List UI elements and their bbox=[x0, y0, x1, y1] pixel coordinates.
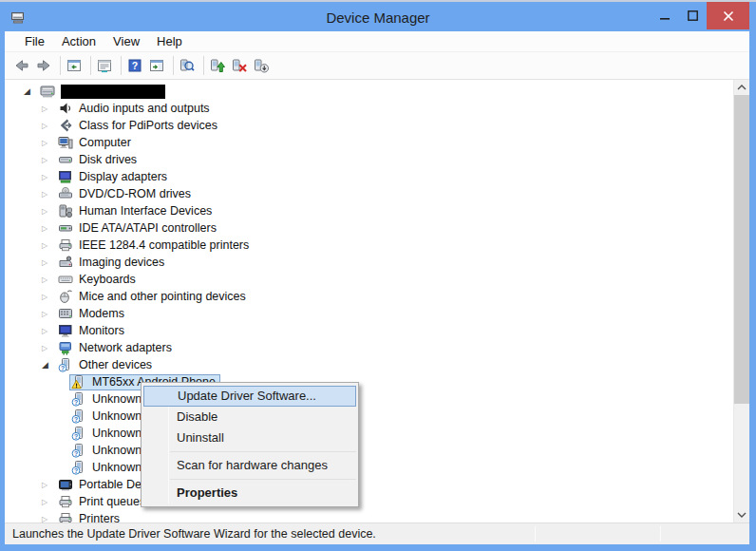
tree-item-audio-inputs-and-outputs[interactable]: ▷Audio inputs and outputs bbox=[5, 100, 732, 117]
computer-icon bbox=[58, 135, 73, 150]
toolbar-help-button[interactable]: ? bbox=[125, 54, 147, 77]
expand-arrow-icon[interactable]: ▷ bbox=[42, 310, 58, 318]
expand-arrow-icon[interactable]: ▷ bbox=[42, 515, 58, 523]
tree-item-ieee-1284-4-compatible-printers[interactable]: ▷IEEE 1284.4 compatible printers bbox=[5, 237, 732, 254]
tree-item-label: Mice and other pointing devices bbox=[77, 290, 248, 303]
context-menu-item-uninstall[interactable]: Uninstall bbox=[142, 428, 358, 448]
tree-item-class-for-pdiports-devices[interactable]: ▷Class for PdiPorts devices bbox=[5, 117, 732, 134]
vertical-scrollbar[interactable] bbox=[733, 80, 749, 522]
tree-item-unknown-device[interactable]: ?Unknown device bbox=[5, 408, 732, 425]
collapse-arrow-icon[interactable]: ◢ bbox=[24, 86, 40, 96]
toolbar-separator bbox=[90, 56, 91, 75]
tree-item-label: Human Interface Devices bbox=[77, 204, 214, 218]
tree-item-computer-root[interactable]: ◢ bbox=[5, 83, 732, 100]
context-menu-item-disable[interactable]: Disable bbox=[142, 407, 358, 428]
expand-arrow-icon[interactable]: ▷ bbox=[42, 207, 58, 216]
tree-item-label: Display adapters bbox=[77, 170, 169, 183]
tree-item-label: Monitors bbox=[77, 324, 126, 337]
toolbar-action-pane-button[interactable] bbox=[147, 54, 169, 77]
toolbar-update-driver-button[interactable] bbox=[208, 54, 230, 77]
minimize-button[interactable] bbox=[652, 2, 679, 29]
device-manager-window: Device Manager FileActionViewHelp ? ◢▷Au… bbox=[0, 0, 756, 551]
tree-item-dvd-cd-rom-drives[interactable]: ▷DVD/CD-ROM drives bbox=[5, 185, 732, 202]
expand-arrow-icon[interactable]: ▷ bbox=[42, 327, 58, 335]
toolbar-forward-button[interactable] bbox=[34, 54, 56, 77]
disable-device-icon bbox=[232, 58, 247, 73]
menu-help[interactable]: Help bbox=[148, 31, 191, 51]
expand-arrow-icon[interactable]: ▷ bbox=[42, 190, 58, 199]
scroll-down-button[interactable] bbox=[734, 507, 749, 522]
tree-item-computer[interactable]: ▷Computer bbox=[5, 134, 732, 151]
scroll-up-button[interactable] bbox=[734, 80, 749, 95]
toolbar-back-button[interactable] bbox=[12, 54, 34, 77]
context-menu-item-properties[interactable]: Properties bbox=[142, 483, 358, 504]
context-menu-separator bbox=[170, 479, 356, 480]
tree-item-printers[interactable]: ▷Printers bbox=[5, 510, 732, 522]
menu-action[interactable]: Action bbox=[53, 31, 104, 51]
expand-arrow-icon[interactable]: ▷ bbox=[42, 104, 58, 113]
device-tree: ◢▷Audio inputs and outputs▷Class for Pdi… bbox=[5, 80, 749, 522]
tree-item-ide-ata-atapi-controllers[interactable]: ▷IDE ATA/ATAPI controllers bbox=[5, 219, 732, 237]
tree-item-label: Network adapters bbox=[77, 341, 174, 354]
tree-item-label: Print queues bbox=[77, 495, 147, 508]
expand-arrow-icon[interactable]: ▷ bbox=[42, 258, 58, 267]
tree-item-mice-and-other-pointing-devices[interactable]: ▷Mice and other pointing devices bbox=[5, 288, 732, 305]
svg-text:?: ? bbox=[131, 60, 137, 71]
expand-arrow-icon[interactable]: ▷ bbox=[42, 293, 58, 301]
scrollbar-thumb[interactable] bbox=[734, 95, 749, 404]
close-button[interactable] bbox=[707, 2, 749, 29]
tree-item-unknown-device[interactable]: ?Unknown device bbox=[5, 442, 732, 459]
toolbar-disable-device-button[interactable] bbox=[230, 54, 252, 77]
expand-arrow-icon[interactable]: ▷ bbox=[42, 241, 58, 250]
toolbar-separator bbox=[121, 56, 122, 75]
update-driver-icon bbox=[210, 58, 225, 73]
window-title: Device Manager bbox=[0, 10, 756, 26]
toolbar-uninstall-device-button[interactable] bbox=[252, 54, 274, 77]
display-adapter-icon bbox=[58, 169, 73, 184]
expand-arrow-icon[interactable]: ▷ bbox=[42, 344, 58, 352]
tree-item-unknown-device[interactable]: ?Unknown device bbox=[5, 425, 732, 442]
tree-item-label: Audio inputs and outputs bbox=[77, 102, 212, 115]
toolbar-show-console-tree-button[interactable] bbox=[65, 54, 86, 77]
tree-item-portable-devices[interactable]: ▷Portable Devices bbox=[5, 476, 732, 493]
expand-arrow-icon[interactable]: ▷ bbox=[42, 122, 58, 130]
tree-item-monitors[interactable]: ▷Monitors bbox=[5, 322, 732, 339]
menu-view[interactable]: View bbox=[104, 31, 148, 51]
tree-item-other-devices[interactable]: ◢?Other devices bbox=[5, 356, 732, 373]
tree-item-unknown-device[interactable]: ?Unknown device bbox=[5, 459, 732, 476]
expand-arrow-icon[interactable]: ▷ bbox=[42, 156, 58, 164]
toolbar-separator bbox=[203, 56, 204, 75]
printer-icon bbox=[58, 511, 73, 522]
maximize-button[interactable] bbox=[679, 2, 707, 29]
keyboard-icon bbox=[58, 272, 73, 287]
tree-item-print-queues[interactable]: ▷Print queues bbox=[5, 493, 732, 510]
toolbar-properties-window-button[interactable] bbox=[95, 54, 117, 77]
context-menu-item-update-driver-software[interactable]: Update Driver Software... bbox=[143, 386, 356, 407]
expand-arrow-icon[interactable]: ▷ bbox=[42, 139, 58, 147]
tree-item-label: DVD/CD-ROM drives bbox=[77, 187, 193, 200]
tree-item-unknown-device[interactable]: ?Unknown device bbox=[5, 390, 732, 408]
toolbar-scan-hardware-changes-button[interactable] bbox=[178, 54, 199, 77]
expand-arrow-icon[interactable]: ▷ bbox=[42, 224, 58, 233]
collapse-arrow-icon[interactable]: ◢ bbox=[42, 360, 58, 370]
tree-item-human-interface-devices[interactable]: ▷Human Interface Devices bbox=[5, 202, 732, 219]
toolbar-separator bbox=[173, 56, 174, 75]
unknown-device-icon: ? bbox=[71, 443, 86, 458]
context-menu-item-scan-for-hardware-changes[interactable]: Scan for hardware changes bbox=[142, 455, 358, 476]
tree-item-network-adapters[interactable]: ▷Network adapters bbox=[5, 339, 732, 356]
expand-arrow-icon[interactable]: ▷ bbox=[42, 481, 58, 489]
pdiports-icon bbox=[58, 118, 73, 133]
expand-arrow-icon[interactable]: ▷ bbox=[42, 498, 58, 506]
expand-arrow-icon[interactable]: ▷ bbox=[42, 276, 58, 284]
redacted-computer-name bbox=[61, 85, 165, 99]
tree-item-label: Imaging devices bbox=[77, 256, 166, 269]
tree-item-display-adapters[interactable]: ▷Display adapters bbox=[5, 168, 732, 185]
title-bar[interactable]: Device Manager bbox=[0, 2, 756, 31]
tree-item-mt65xx-android-phone[interactable]: MT65xx Android Phone bbox=[5, 373, 732, 390]
tree-item-disk-drives[interactable]: ▷Disk drives bbox=[5, 151, 732, 168]
tree-item-imaging-devices[interactable]: ▷Imaging devices bbox=[5, 254, 732, 271]
tree-item-keyboards[interactable]: ▷Keyboards bbox=[5, 271, 732, 288]
tree-item-modems[interactable]: ▷Modems bbox=[5, 305, 732, 322]
expand-arrow-icon[interactable]: ▷ bbox=[42, 173, 58, 181]
menu-file[interactable]: File bbox=[16, 31, 53, 51]
